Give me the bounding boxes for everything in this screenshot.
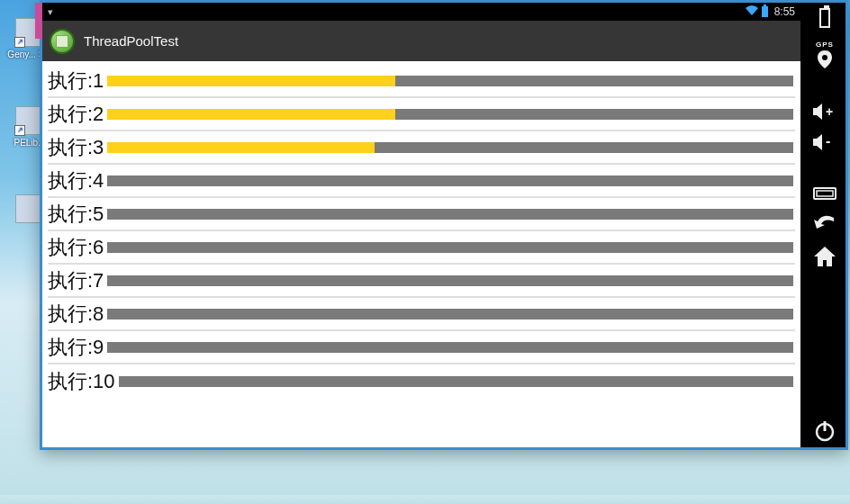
task-progress-bar: [107, 109, 793, 120]
task-label: 执行:3: [48, 134, 105, 161]
task-row: 执行:7: [48, 265, 795, 298]
rotate-icon: [813, 185, 836, 202]
task-row: 执行:3: [48, 131, 795, 165]
task-progress-bar: [107, 275, 793, 286]
task-row: 执行:5: [48, 198, 795, 231]
gps-pin-icon: [818, 50, 832, 68]
task-progress-bar: [107, 342, 793, 353]
task-progress-bar: [107, 176, 793, 186]
task-row: 执行:9: [48, 331, 795, 364]
task-label: 执行:5: [48, 201, 105, 228]
battery-icon: [762, 6, 768, 17]
task-list[interactable]: 执行:1执行:2执行:3执行:4执行:5执行:6执行:7执行:8执行:9执行:1…: [42, 61, 800, 447]
android-status-bar[interactable]: ▾ 8:55: [42, 3, 800, 21]
battery-button[interactable]: [811, 8, 838, 28]
back-button[interactable]: [811, 214, 838, 234]
svg-rect-3: [817, 191, 833, 196]
task-label: 执行:4: [48, 167, 105, 194]
volume-down-button[interactable]: -: [811, 133, 838, 151]
volume-up-icon: +: [813, 103, 836, 121]
task-row: 执行:6: [48, 231, 795, 265]
task-label: 执行:6: [48, 234, 105, 261]
task-progress-bar: [107, 209, 793, 220]
task-progress-bar: [107, 76, 793, 86]
wifi-icon: [746, 5, 758, 18]
task-progress-bar: [119, 376, 793, 387]
task-label: 执行:1: [48, 68, 105, 94]
power-icon: [814, 420, 836, 442]
task-row: 执行:10: [48, 364, 795, 398]
task-row: 执行:8: [48, 298, 795, 331]
task-label: 执行:2: [48, 101, 105, 128]
task-progress-fill: [107, 109, 395, 120]
status-clock: 8:55: [774, 5, 795, 18]
task-row: 执行:4: [48, 165, 795, 198]
device-screen: ▾ 8:55 ThreadPoolTest 执行:1执行:2执行:3执行:4执行…: [42, 3, 804, 447]
back-icon: [814, 214, 836, 234]
signal-icon: ▾: [48, 6, 53, 18]
svg-text:+: +: [826, 104, 833, 119]
task-progress-bar: [107, 242, 793, 253]
action-bar: ThreadPoolTest: [42, 21, 800, 61]
home-icon: [814, 247, 836, 266]
volume-down-icon: -: [813, 133, 836, 151]
svg-rect-5: [824, 421, 827, 431]
svg-text:-: -: [826, 133, 830, 148]
app-title: ThreadPoolTest: [84, 33, 178, 49]
app-icon[interactable]: [50, 29, 75, 54]
host-taskbar-edge: [0, 495, 850, 504]
task-progress-bar: [107, 142, 793, 153]
task-progress-fill: [107, 76, 395, 86]
task-progress-bar: [107, 309, 793, 320]
emulator-sidebar: GPS + -: [804, 3, 845, 447]
power-button[interactable]: [811, 420, 838, 442]
emulator-window: ▾ 8:55 ThreadPoolTest 执行:1执行:2执行:3执行:4执行…: [40, 0, 848, 450]
task-progress-fill: [107, 142, 375, 153]
task-label: 执行:10: [48, 368, 117, 395]
task-row: 执行:2: [48, 98, 795, 131]
rotate-button[interactable]: [811, 185, 838, 202]
task-row: 执行:1: [48, 65, 795, 98]
gps-button[interactable]: GPS: [811, 40, 838, 68]
task-label: 执行:8: [48, 301, 105, 328]
task-label: 执行:9: [48, 334, 105, 361]
home-button[interactable]: [811, 247, 838, 266]
volume-up-button[interactable]: +: [811, 103, 838, 121]
task-label: 执行:7: [48, 267, 105, 294]
window-accent-edge: [35, 3, 42, 39]
